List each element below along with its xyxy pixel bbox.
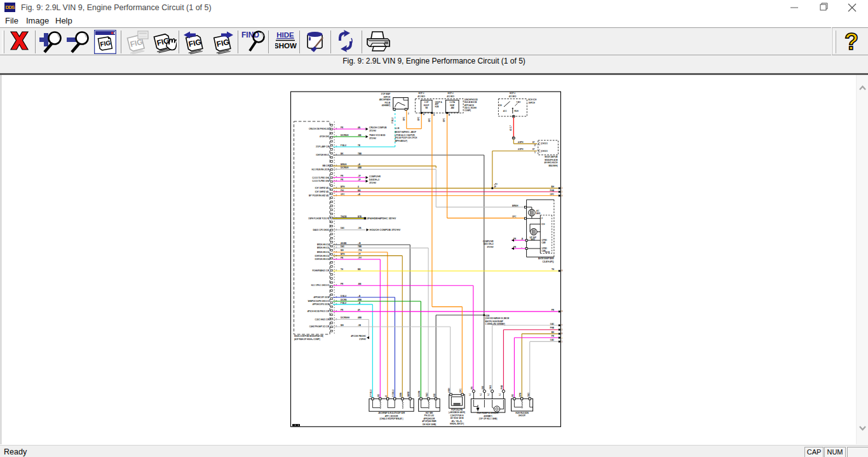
svg-text:BH: BH [552, 186, 555, 188]
svg-text:3'3FHV: 3'3FHV [359, 338, 367, 341]
svg-text:OA1: OA1 [550, 323, 555, 325]
svg-text:3T3'HV: 3T3'HV [369, 182, 377, 184]
svg-text:HOUCH CONPOB 3TO'HV: HOUCH CONPOB 3TO'HV [370, 228, 401, 231]
svg-text:HO' MH: HO' MH [426, 412, 433, 414]
svg-text:D BLU: D BLU [341, 295, 346, 297]
svg-text:CRUCH CNI PH1H3-3D: CRUCH CNI PH1H3-3D [309, 128, 330, 130]
svg-text:F BLU: F BLU [341, 302, 346, 304]
svg-text:ICH: ICH [541, 223, 545, 226]
svg-text:3: 3 [562, 191, 562, 193]
svg-text:PHI: PHI [341, 189, 344, 192]
svg-text:COMPU'HR: COMPU'HR [483, 240, 494, 243]
svg-text:4P3CH HCOD PH1/1 C/R: 4P3CH HCOD PH1/1 C/R [308, 310, 330, 313]
svg-text:411 M/O: 411 M/O [509, 95, 517, 98]
svg-text:HJ-1 1PH-1 3HO3 IC: HJ-1 1PH-1 3HO3 IC [311, 284, 330, 287]
svg-text:2: 2 [562, 187, 562, 189]
svg-text:3T3'HV: 3T3'HV [369, 137, 377, 140]
svg-text:3HFCH: 3HFCH [529, 102, 536, 104]
svg-text:MODUFH 4CM: MODUFH 4CM [545, 159, 558, 161]
svg-text:'P4H3 VCO BOD: 'P4H3 VCO BOD [369, 134, 386, 137]
svg-text:D4'41IH+3: D4'41IH+3 [369, 179, 379, 181]
svg-text:|+MODBOH 4M R|: |+MODBOH 4M R| [449, 411, 465, 414]
svg-text:F BLU: F BLU [341, 144, 346, 147]
svg-text:|UNCHFHOOD: |UNCHFHOOD [465, 99, 478, 101]
svg-text:7M: 7M [425, 107, 428, 109]
svg-text:4FP H4CH: 4FP H4CH [465, 104, 475, 107]
svg-text:PR: PR [552, 309, 555, 311]
svg-text:43HMB'1: 43HMB'1 [484, 415, 492, 418]
svg-text:HU3-B BOCB: HU3-B BOCB [465, 101, 477, 104]
svg-text:-B: -B [521, 238, 523, 240]
svg-text:3ID O- HCHH: 3ID O- HCHH [465, 107, 477, 109]
svg-text:M: M [385, 395, 388, 397]
svg-text:2F: 2F [494, 186, 497, 188]
svg-text:4F'OF|HH RMR: 4F'OF|HH RMR [422, 420, 437, 423]
svg-text:A: A [423, 113, 424, 116]
svg-text:11: 11 [562, 341, 562, 343]
svg-text:BPH: BPH [341, 253, 344, 256]
svg-text:BF' POOR RH-HID' 4D-: BF' POOR RH-HID' 4D- [309, 194, 329, 197]
svg-text:IOHYUH HH-IC: IOHYUH HH-IC [316, 154, 330, 156]
svg-text:HIGH-CON'POB MODUFH4'CM|: HIGH-CON'POB MODUFH4'CM| [294, 335, 323, 338]
svg-text:3HOOP.: 3HOOP. [519, 414, 526, 417]
svg-text:CRUOH CONPUB: CRUOH CONPUB [369, 126, 387, 129]
svg-text:OA1: OA1 [527, 393, 530, 397]
svg-text:BH'R/VHHP NHH: BH'R/VHHP NHH [538, 257, 554, 260]
svg-text:OFC: OFC [443, 118, 445, 122]
svg-text:COMP|: COMP| [465, 109, 471, 112]
svg-text:3'OF MAF: 3'OF MAF [381, 93, 390, 95]
svg-text:OA1: OA1 [550, 339, 555, 341]
svg-text:3: 3 [562, 329, 562, 331]
svg-text:CJHCP PUH H: CJHCP PUH H [451, 414, 465, 417]
svg-text:-BM: -BM [451, 107, 454, 109]
svg-text:OA1: OA1 [489, 385, 492, 390]
svg-text:4BCHFNEH: 4BCHFNEH [379, 99, 391, 101]
svg-text:3D' HOD '4H B: 3D' HOD '4H B [450, 417, 464, 419]
svg-text:CJ.O3 73-PM1 OH4: CJ.O3 73-PM1 OH4 [312, 177, 329, 179]
svg-text:-BB: -BB [358, 283, 362, 285]
svg-text:ICH' OHFID' 4D-: ICH' OHFID' 4D- [315, 191, 329, 193]
svg-text:3'OF L4MF C/R: 3'OF L4MF C/R [316, 146, 330, 148]
svg-text:?: ? [844, 30, 858, 54]
svg-text:DICRNHH: DICRNHH [341, 317, 349, 319]
svg-text:KJ: KJ [499, 393, 501, 396]
svg-text:4 8PH: 4 8PH [518, 148, 523, 151]
svg-text:OFC: OFC [550, 193, 554, 196]
svg-text:DICRN: DICRN [341, 299, 347, 301]
svg-text:BRN/H: BRN/H [512, 205, 519, 207]
svg-text:SHOW: SHOW [275, 42, 297, 50]
svg-text:IOHYUH-HH-IC4: IOHYUH-HH-IC4 [315, 258, 330, 261]
svg-text:87: 87 [532, 148, 535, 151]
svg-text:HUH RU33DN: HUH RU33DN [515, 412, 529, 414]
svg-text:|BOD7 H4PHX3 - 4BOF: |BOD7 H4PHX3 - 4BOF [395, 131, 416, 133]
svg-text:4 8PH: 4 8PH [518, 141, 523, 144]
svg-text:CJ.O3 73-PM1 OH4: CJ.O3 73-PM1 OH4 [312, 180, 329, 182]
svg-text:BE: BE [377, 394, 380, 397]
svg-text:4 MH: 4 MH [448, 388, 451, 393]
svg-text:|'OF OF HU-1 '4HB|: |'OF OF HU-1 '4HB| [479, 418, 498, 420]
svg-text:PH-33 LIU: PH-33 LIU [424, 414, 435, 417]
svg-text:-3M-: -3M- [358, 227, 362, 229]
svg-text:'4HBPUCOUPH 3HO3 IC: '4HBPUCOUPH 3HO3 IC [308, 300, 330, 303]
svg-text:OFC: OFC [459, 388, 462, 393]
svg-text:IOHYUH-HH-IC4: IOHYUH-HH-IC4 [315, 255, 330, 257]
svg-text:DICRN/H: DICRN/H [341, 167, 349, 169]
svg-text:F BLU: F BLU [391, 118, 394, 123]
svg-text:C4HO'PH.9HP 3CI C/R: C4HO'PH.9HP 3CI C/R [309, 325, 330, 328]
svg-text:7-BV: 7-BV [517, 101, 521, 104]
svg-text:4F-: 4F- [358, 309, 361, 311]
svg-text:4CC: 4CC [503, 110, 508, 113]
svg-text:8 F BLU: 8 F BLU [370, 389, 372, 397]
svg-text:TH: TH [341, 268, 343, 271]
svg-text:B: B [449, 114, 450, 116]
svg-text:KDB: KDB [485, 315, 490, 317]
svg-text:3'4FH FJ-HOB' FJ1O R|: 3'4FH FJ-HOB' FJ1O R| [308, 217, 329, 220]
svg-text:3HFCH: 3HFCH [384, 96, 391, 99]
svg-text:OFC: OFC [341, 193, 345, 196]
svg-text:C 3HHD+R4 33HMB7|: C 3HHD+R4 33HMB7| [485, 323, 505, 325]
svg-text:PR: PR [471, 386, 473, 389]
svg-text:B: B [562, 269, 562, 272]
svg-text:4FP3HCOP/ 3ICM: 4FP3HCOP/ 3ICM [314, 296, 330, 299]
svg-text:HJ-1 RUN RH-JIC/R: HJ-1 RUN RH-JIC/R [312, 168, 330, 171]
svg-text:OFC: OFC [403, 116, 405, 121]
